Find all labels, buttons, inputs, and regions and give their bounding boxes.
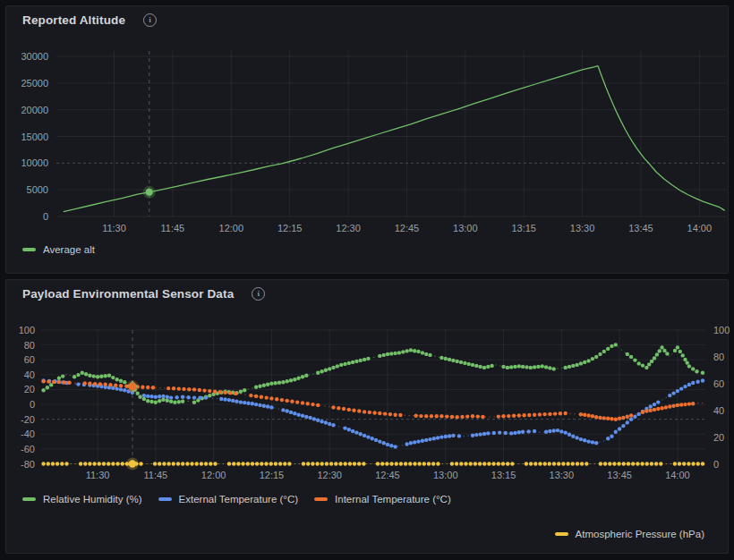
legend-swatch <box>22 248 36 251</box>
legend-label: Atmospheric Pressure (hPa) <box>576 529 704 539</box>
svg-text:60: 60 <box>24 354 35 365</box>
panel-header[interactable]: Payload Environmental Sensor Data i <box>22 287 265 301</box>
panel-title: Reported Altitude <box>22 13 125 27</box>
legend-item-external-temperature[interactable]: External Temperature (°C) <box>158 494 299 505</box>
svg-text:11:45: 11:45 <box>143 470 167 480</box>
svg-text:11:30: 11:30 <box>86 470 110 480</box>
svg-text:100: 100 <box>19 325 35 335</box>
svg-text:13:30: 13:30 <box>550 470 575 480</box>
svg-text:11:45: 11:45 <box>161 223 185 233</box>
svg-text:5000: 5000 <box>27 184 48 195</box>
svg-text:25000: 25000 <box>21 78 48 89</box>
altitude-chart[interactable]: 05000100001500020000250003000011:3011:45… <box>6 6 730 241</box>
legend-label: Internal Temperature (°C) <box>335 494 451 505</box>
legend-swatch <box>22 497 36 501</box>
svg-text:40: 40 <box>24 369 35 380</box>
svg-text:12:45: 12:45 <box>395 223 420 233</box>
svg-text:100: 100 <box>713 325 730 335</box>
svg-text:80: 80 <box>24 340 35 351</box>
panel-environmental-sensor-data: Payload Environmental Sensor Data i -80-… <box>5 279 729 554</box>
legend-swatch <box>555 532 568 536</box>
svg-text:30000: 30000 <box>21 51 48 62</box>
svg-text:20000: 20000 <box>21 105 48 115</box>
svg-text:80: 80 <box>713 352 724 362</box>
legend-label: Relative Humidity (%) <box>43 494 142 505</box>
svg-text:-80: -80 <box>21 459 35 470</box>
svg-text:12:30: 12:30 <box>317 470 342 480</box>
panel-reported-altitude: Reported Altitude i 05000100001500020000… <box>5 5 729 274</box>
legend-item-internal-temperature[interactable]: Internal Temperature (°C) <box>314 494 451 505</box>
svg-text:0: 0 <box>713 459 719 470</box>
svg-text:12:00: 12:00 <box>219 223 244 233</box>
svg-text:-40: -40 <box>21 428 35 439</box>
svg-text:13:15: 13:15 <box>511 223 536 233</box>
svg-text:14:00: 14:00 <box>665 470 690 480</box>
svg-text:60: 60 <box>713 378 724 389</box>
svg-text:10000: 10000 <box>21 157 48 168</box>
legend-label: Average alt <box>43 244 95 255</box>
environment-chart[interactable]: -80-60-40-2002040608010002040608010011:3… <box>6 280 730 488</box>
svg-text:-60: -60 <box>21 444 35 454</box>
svg-text:0: 0 <box>30 399 35 410</box>
svg-text:13:00: 13:00 <box>453 223 478 233</box>
svg-text:15000: 15000 <box>21 132 48 142</box>
legend-item-average-alt[interactable]: Average alt <box>22 244 95 255</box>
svg-text:13:45: 13:45 <box>607 470 632 480</box>
svg-text:20: 20 <box>713 432 724 443</box>
legend-item-relative-humidity[interactable]: Relative Humidity (%) <box>22 494 142 505</box>
legend-swatch <box>314 497 328 501</box>
svg-text:13:00: 13:00 <box>433 470 458 480</box>
svg-text:0: 0 <box>43 211 48 222</box>
svg-text:14:00: 14:00 <box>687 223 713 233</box>
svg-text:11:30: 11:30 <box>102 223 126 233</box>
svg-text:12:45: 12:45 <box>375 470 400 480</box>
svg-text:12:30: 12:30 <box>336 223 361 233</box>
info-icon[interactable]: i <box>143 13 157 27</box>
svg-text:12:00: 12:00 <box>201 470 226 480</box>
svg-text:12:15: 12:15 <box>260 470 285 480</box>
panel-title: Payload Environmental Sensor Data <box>22 287 234 301</box>
svg-text:12:15: 12:15 <box>277 223 303 233</box>
info-icon[interactable]: i <box>252 287 265 301</box>
legend-item-atmospheric-pressure[interactable]: Atmospheric Pressure (hPa) <box>555 529 704 539</box>
svg-text:13:30: 13:30 <box>570 223 595 233</box>
legend-swatch <box>158 497 172 501</box>
svg-text:13:45: 13:45 <box>628 223 653 233</box>
svg-text:-20: -20 <box>21 414 35 425</box>
legend-label: External Temperature (°C) <box>179 494 299 505</box>
svg-text:13:15: 13:15 <box>491 470 516 480</box>
panel-header[interactable]: Reported Altitude i <box>22 13 157 27</box>
svg-text:20: 20 <box>24 384 35 395</box>
svg-text:40: 40 <box>713 405 724 416</box>
